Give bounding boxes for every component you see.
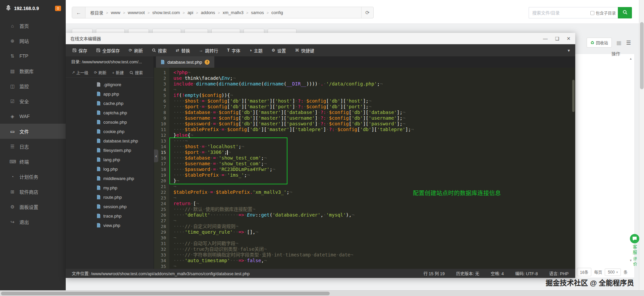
line-number[interactable]: 13 bbox=[154, 138, 169, 144]
code-line-content[interactable]: ¬ bbox=[169, 218, 176, 224]
line-number[interactable]: 12 bbox=[154, 132, 169, 138]
line-number[interactable]: 11 bbox=[154, 127, 169, 132]
line-number[interactable]: 29 bbox=[154, 229, 169, 235]
code-line-content[interactable]: ····$password·=·$config['db']['master'][… bbox=[169, 121, 405, 127]
line-number[interactable]: 33 bbox=[154, 252, 169, 258]
code-line-content[interactable]: ¬ bbox=[169, 235, 176, 241]
sidebar-item-ftp[interactable]: ⇅FTP bbox=[0, 48, 66, 63]
breadcrumb-segment[interactable]: xm_mallv3 bbox=[223, 10, 244, 15]
sidebar-item-waf[interactable]: ◈WAF bbox=[0, 109, 66, 124]
code-line-content[interactable]: ····$username·=·'show_test_com';¬ bbox=[169, 161, 267, 167]
language-setting[interactable]: 语言: PHP bbox=[549, 270, 569, 277]
toolbar-replace-button[interactable]: ⇄替换 bbox=[176, 47, 190, 54]
code-line-content[interactable]: ····$database·=·$config['db']['master'][… bbox=[169, 110, 405, 115]
code-line-content[interactable]: if(!empty($config)){¬ bbox=[169, 93, 233, 98]
toolbar-goto-button[interactable]: →跳转行 bbox=[199, 47, 218, 54]
cursor-position[interactable]: 行 15 列 19 bbox=[423, 270, 444, 277]
server-info[interactable]: 192.168.0.9 0 bbox=[0, 0, 66, 16]
code-line-content[interactable]: }¬ bbox=[169, 178, 179, 184]
line-number[interactable]: 24 bbox=[154, 201, 169, 206]
encoding-setting[interactable]: 编码: UTF-8 bbox=[515, 270, 538, 277]
code-line-content[interactable]: ····//·默认·使用的数据库连接配置¬ bbox=[169, 206, 255, 212]
file-item[interactable]: view.php bbox=[66, 221, 154, 230]
line-number[interactable]: 26 bbox=[154, 212, 169, 218]
filepanel-add-button[interactable]: +新建 bbox=[112, 70, 123, 75]
code-line-content[interactable]: ····$port·=·'3306';¬ bbox=[169, 150, 231, 155]
code-line-content[interactable]: ····//·true为自动识别类型·false关闭¬ bbox=[169, 246, 267, 252]
sidebar-item-logout[interactable]: ↪退出 bbox=[0, 214, 66, 229]
sidebar-item-db[interactable]: ▤数据库 bbox=[0, 63, 66, 78]
line-number[interactable]: 31 bbox=[154, 241, 169, 246]
line-number[interactable]: 1 bbox=[154, 70, 169, 75]
line-number[interactable]: 9 bbox=[154, 115, 169, 121]
page-vertical-scrollbar[interactable] bbox=[639, 0, 644, 290]
editor-scrollbar-thumb[interactable] bbox=[572, 80, 575, 112]
page-horizontal-scrollbar[interactable] bbox=[0, 290, 644, 296]
toolbar-theme-button[interactable]: ◑主题 bbox=[250, 47, 263, 54]
line-number[interactable]: 3 bbox=[154, 81, 169, 87]
line-number[interactable]: 7 bbox=[154, 104, 169, 110]
code-line-content[interactable]: return·[¬ bbox=[169, 201, 199, 206]
line-number[interactable]: 34 bbox=[154, 258, 169, 263]
line-number[interactable]: 25 bbox=[154, 206, 169, 212]
file-item[interactable]: .gitignore bbox=[66, 80, 154, 89]
code-editor[interactable]: 1<?php¬2use·think\facade\Env;¬3include·d… bbox=[154, 68, 575, 269]
code-line-content[interactable]: ····$tablePrefix·=·'ims_';¬ bbox=[169, 172, 250, 178]
checkbox-icon[interactable] bbox=[590, 11, 594, 15]
code-line-content[interactable]: ¬ bbox=[169, 184, 176, 189]
line-number[interactable]: 21 bbox=[154, 184, 169, 189]
code-line-content[interactable]: ····$port·=·$config['db']['master']['por… bbox=[169, 104, 371, 110]
code-line-content[interactable]: ····$username·=·$config['db']['master'][… bbox=[169, 115, 405, 121]
code-line-content[interactable]: ····//·自动写入时间戳字段¬ bbox=[169, 241, 238, 246]
code-line-content[interactable]: ¬ bbox=[169, 263, 176, 269]
line-number[interactable]: 2 bbox=[154, 75, 169, 81]
code-line-content[interactable]: ····$database·=·'show_test_com';¬ bbox=[169, 155, 267, 161]
file-item[interactable]: session.php bbox=[66, 202, 154, 211]
filepanel-up-button[interactable]: ↗上一级 bbox=[72, 70, 88, 75]
line-number[interactable]: 5 bbox=[154, 93, 169, 98]
code-line-content[interactable]: ····//·自定义时间查询规则¬ bbox=[169, 224, 238, 229]
code-line-content[interactable]: include·dirname(dirname(dirname(dirname(… bbox=[169, 81, 383, 87]
file-item[interactable]: console.php bbox=[66, 117, 154, 127]
file-item[interactable]: app.php bbox=[66, 89, 154, 99]
line-number[interactable]: 18 bbox=[154, 167, 169, 172]
toolbar-settings-button[interactable]: ⚙设置 bbox=[272, 47, 286, 54]
line-number[interactable]: 6 bbox=[154, 98, 169, 104]
back-button[interactable]: ← bbox=[72, 7, 86, 18]
file-item[interactable]: filesystem.php bbox=[66, 145, 154, 155]
message-badge[interactable]: 0 bbox=[55, 6, 61, 11]
line-number[interactable]: 32 bbox=[154, 246, 169, 252]
grid-view-icon[interactable]: ▦ bbox=[616, 40, 622, 46]
breadcrumb-segment[interactable]: wwwroot bbox=[128, 10, 145, 15]
sidebar-item-security[interactable]: ☑安全 bbox=[0, 94, 66, 109]
file-item[interactable]: database.test.php bbox=[66, 136, 154, 145]
line-number[interactable]: 27 bbox=[154, 218, 169, 224]
vertical-scroll-thumb[interactable] bbox=[640, 22, 644, 89]
maximize-icon[interactable]: ❏ bbox=[555, 36, 559, 41]
code-line-content[interactable]: ····$password·=·'RC23DDLmPsa4YFwr';¬ bbox=[169, 167, 275, 172]
line-number[interactable]: 22 bbox=[154, 189, 169, 195]
toolbar-font-button[interactable]: T字体 bbox=[227, 47, 240, 54]
history-version[interactable]: 历史版本: 无 bbox=[456, 270, 479, 277]
toolbar-search-button[interactable]: 搜索 bbox=[152, 47, 167, 54]
code-line-content[interactable]: ····'auto_timestamp'···=>·false,¬ bbox=[169, 258, 267, 263]
filepanel-search-button[interactable]: 搜索 bbox=[129, 70, 143, 75]
breadcrumb-segment[interactable]: www bbox=[111, 10, 120, 15]
breadcrumb-segment[interactable]: 根目录 bbox=[90, 9, 103, 16]
breadcrumb-segment[interactable]: api bbox=[187, 10, 193, 15]
file-item[interactable]: captcha.php bbox=[66, 108, 154, 117]
line-number[interactable]: 14 bbox=[154, 144, 169, 150]
line-number[interactable]: 35 bbox=[154, 263, 169, 269]
recycle-bin-button[interactable]: ♻ 回收站 bbox=[587, 38, 612, 48]
sidebar-item-monitor[interactable]: ◫监控 bbox=[0, 78, 66, 94]
search-button[interactable] bbox=[618, 7, 632, 18]
list-view-icon[interactable]: ☰ bbox=[626, 40, 631, 46]
minimize-icon[interactable]: — bbox=[543, 36, 548, 41]
sidebar-item-home[interactable]: ⌂首页 bbox=[0, 18, 66, 33]
code-line-content[interactable]: ····¬ bbox=[169, 138, 187, 144]
toolbar-save-button[interactable]: 保存 bbox=[72, 47, 87, 54]
sidebar-item-site[interactable]: ⊕网站 bbox=[0, 33, 66, 48]
file-item[interactable]: middleware.php bbox=[66, 174, 154, 183]
horizontal-scroll-thumb[interactable] bbox=[1, 292, 330, 295]
code-line-content[interactable]: ····'default'··········=>·Env::get('data… bbox=[169, 212, 355, 218]
